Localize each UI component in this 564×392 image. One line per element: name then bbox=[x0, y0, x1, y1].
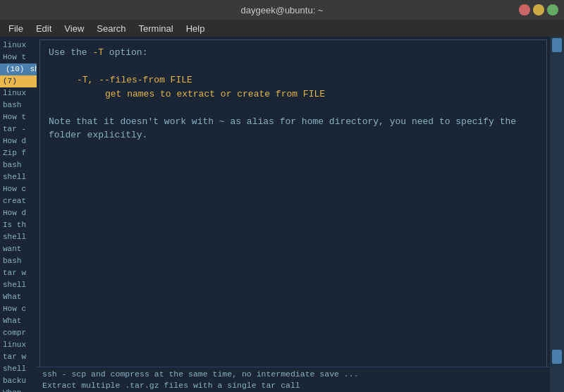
status-line-2: Extract multiple .tar.gz files with a si… bbox=[42, 380, 544, 391]
selected-count: (7) bbox=[3, 77, 17, 85]
terminal-container: linux How t (10) shell (7) linux bash Ho… bbox=[0, 37, 564, 392]
list-item[interactable]: shell bbox=[0, 279, 37, 291]
status-line-1: ssh - scp and compress at the same time,… bbox=[42, 369, 544, 380]
list-item[interactable]: How t bbox=[0, 51, 37, 63]
menu-view[interactable]: View bbox=[59, 22, 90, 35]
content-panel: Use the -T option: -T, --files-from FILE… bbox=[39, 39, 547, 389]
content-note: Note that it doesn't work with ~ as alia… bbox=[49, 115, 538, 129]
menu-bar: File Edit View Search Terminal Help bbox=[0, 20, 564, 37]
list-item[interactable]: backu bbox=[0, 375, 37, 387]
list-item[interactable]: linux bbox=[0, 87, 37, 99]
list-item-label: shell bbox=[30, 64, 37, 75]
list-item[interactable]: shell bbox=[0, 171, 37, 183]
list-item[interactable]: How c bbox=[0, 303, 37, 315]
list-item[interactable]: tar w bbox=[0, 351, 37, 363]
list-item[interactable]: shell bbox=[0, 363, 37, 375]
list-item[interactable]: shell bbox=[0, 231, 37, 243]
window-controls bbox=[519, 4, 558, 16]
list-item[interactable]: How d bbox=[0, 207, 37, 219]
close-button[interactable] bbox=[519, 4, 530, 16]
menu-search[interactable]: Search bbox=[91, 22, 131, 35]
right-scrollbar[interactable] bbox=[550, 37, 564, 392]
sidebar: linux How t (10) shell (7) linux bash Ho… bbox=[0, 37, 37, 392]
list-item[interactable]: How d bbox=[0, 135, 37, 147]
list-item[interactable]: When bbox=[0, 387, 37, 392]
list-item[interactable]: bash bbox=[0, 255, 37, 267]
list-item[interactable]: linux bbox=[0, 39, 37, 51]
window-title: daygeek@ubuntu: ~ bbox=[241, 5, 324, 16]
list-item[interactable]: bash bbox=[0, 159, 37, 171]
title-bar: daygeek@ubuntu: ~ bbox=[0, 0, 564, 20]
list-item[interactable]: What bbox=[0, 291, 37, 303]
scroll-thumb-bottom[interactable] bbox=[552, 350, 562, 364]
list-item[interactable]: compr bbox=[0, 327, 37, 339]
option-T-highlight: -T bbox=[92, 47, 104, 58]
list-item[interactable]: creat bbox=[0, 195, 37, 207]
content-use-option: Use the -T option: bbox=[49, 46, 538, 60]
content-note2: folder explicitly. bbox=[49, 128, 538, 142]
list-item[interactable]: What bbox=[0, 315, 37, 327]
list-item[interactable]: How t bbox=[0, 111, 37, 123]
list-item[interactable]: Zip f bbox=[0, 147, 37, 159]
menu-file[interactable]: File bbox=[3, 22, 29, 35]
list-item[interactable]: bash bbox=[0, 99, 37, 111]
list-item[interactable]: Is th bbox=[0, 219, 37, 231]
list-item[interactable]: tar - bbox=[0, 123, 37, 135]
count-badge: (10) bbox=[3, 64, 27, 75]
menu-help[interactable]: Help bbox=[180, 22, 211, 35]
list-item[interactable]: How c bbox=[0, 183, 37, 195]
menu-edit[interactable]: Edit bbox=[30, 22, 57, 35]
scroll-thumb-top[interactable] bbox=[552, 38, 562, 52]
content-code-desc: get names to extract or create from FILE bbox=[105, 87, 538, 102]
list-item[interactable]: tar w bbox=[0, 267, 37, 279]
maximize-button[interactable] bbox=[547, 4, 558, 16]
minimize-button[interactable] bbox=[533, 4, 544, 16]
menu-terminal[interactable]: Terminal bbox=[133, 22, 179, 35]
list-item-selected[interactable]: (7) bbox=[0, 75, 37, 87]
list-item[interactable]: want bbox=[0, 243, 37, 255]
list-item-active[interactable]: (10) shell bbox=[0, 63, 37, 75]
content-code-flag: -T, --files-from FILE bbox=[77, 73, 538, 87]
status-bar: ssh - scp and compress at the same time,… bbox=[37, 367, 550, 392]
list-item[interactable]: linux bbox=[0, 339, 37, 351]
